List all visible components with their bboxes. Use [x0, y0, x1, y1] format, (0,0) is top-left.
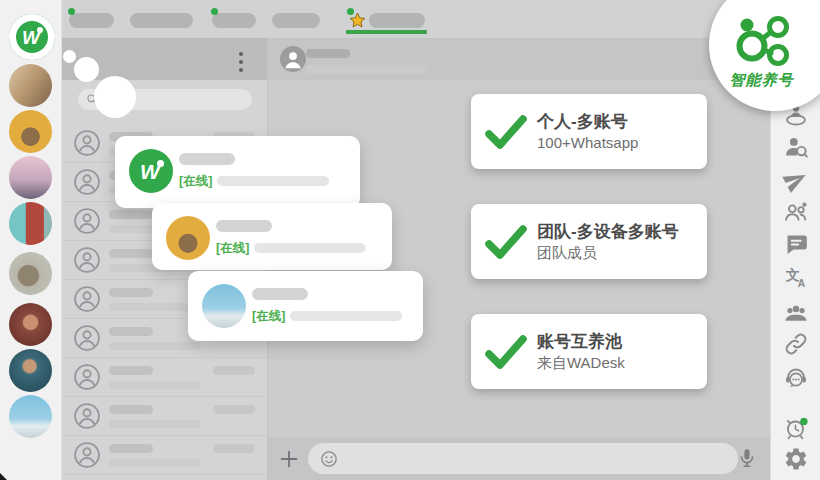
search-contact-button[interactable] — [783, 134, 809, 160]
settings-gear-button[interactable] — [783, 446, 809, 472]
more-menu-icon[interactable] — [237, 50, 245, 74]
group-add-button[interactable] — [783, 199, 809, 225]
online-status-label: [在线] — [179, 175, 212, 187]
rail-account-item[interactable] — [9, 303, 52, 346]
contact-name-placeholder — [109, 210, 153, 219]
svg-text:A: A — [798, 278, 806, 289]
emoji-icon — [319, 449, 339, 469]
logo-dot — [157, 160, 164, 167]
wadesk-app-window: W 文A W[在线][在线][在线] 个人-多账号100+Whatsapp团队-… — [0, 0, 820, 480]
group-add-icon — [783, 199, 809, 225]
rail-account-item[interactable] — [9, 156, 52, 199]
timestamp-placeholder — [213, 405, 255, 414]
scheduler-clock-icon — [783, 415, 809, 441]
share-nodes-icon — [731, 10, 791, 70]
avatar-woman-red — [9, 303, 52, 346]
link-icon — [783, 331, 809, 357]
account-name-placeholder — [252, 288, 308, 300]
tab-title-placeholder — [130, 13, 193, 28]
account-tab-3[interactable] — [212, 13, 256, 28]
checkmark-icon — [485, 224, 527, 260]
attach-plus-button[interactable] — [278, 448, 300, 470]
rail-logo-item[interactable]: W — [9, 14, 55, 60]
message-preview-placeholder — [109, 381, 200, 389]
feature-subtitle: 100+Whatsapp — [537, 133, 638, 153]
contact-avatar-icon — [73, 324, 101, 352]
account-tab-4[interactable] — [272, 13, 320, 28]
account-tab-1[interactable] — [69, 13, 114, 28]
contact-name-placeholder — [109, 444, 153, 453]
contact-name-placeholder — [306, 49, 350, 58]
wadesk-logo: W — [129, 149, 173, 193]
search-contact-icon — [783, 134, 809, 160]
send-plane-button[interactable] — [783, 167, 809, 193]
contact-name-placeholder — [109, 327, 153, 336]
message-preview-placeholder — [109, 303, 200, 311]
contact-avatar-icon — [73, 363, 101, 391]
rail-account-item[interactable] — [9, 64, 52, 107]
avatar-red-building-teal — [9, 202, 52, 245]
contact-name-placeholder — [109, 366, 153, 375]
tab-title-placeholder — [69, 13, 114, 28]
chat-list-row[interactable] — [62, 436, 267, 475]
account-detail-placeholder — [254, 243, 366, 253]
team-members-button[interactable] — [783, 301, 809, 327]
tab-title-placeholder — [369, 13, 425, 28]
contact-avatar-icon — [73, 207, 101, 235]
chat-list-row[interactable] — [62, 475, 267, 480]
badge-label: 智能养号 — [709, 71, 814, 90]
logo-dot — [37, 27, 43, 33]
share-nodes-icon — [731, 10, 791, 70]
message-preview-placeholder — [109, 342, 200, 350]
rail-account-item[interactable] — [9, 395, 52, 438]
contact-name-placeholder — [109, 249, 153, 258]
account-tab-bar — [62, 0, 820, 38]
link-button[interactable] — [783, 331, 809, 357]
feature-title: 账号互养池 — [537, 331, 625, 353]
account-tab-5[interactable] — [348, 13, 425, 28]
message-preview-placeholder — [109, 459, 200, 467]
chat-list-row[interactable] — [62, 358, 267, 397]
rail-account-item[interactable] — [9, 349, 52, 392]
decorative-bubble — [74, 57, 99, 82]
team-members-icon — [783, 301, 809, 327]
person-icon — [280, 46, 306, 72]
contact-avatar-icon — [73, 168, 101, 196]
contact-avatar-icon — [73, 402, 101, 430]
scheduler-clock-button[interactable] — [783, 415, 809, 441]
chat-message-icon — [783, 231, 809, 257]
rail-account-item[interactable] — [9, 252, 52, 295]
message-input[interactable] — [308, 443, 738, 474]
chat-message-button[interactable] — [783, 231, 809, 257]
unread-dot — [211, 8, 218, 15]
checkmark-icon — [485, 114, 527, 150]
rail-account-item[interactable] — [9, 202, 52, 245]
feature-card: 账号互养池来自WADesk — [471, 314, 707, 389]
avatar-sky-building — [9, 395, 52, 438]
chat-list-row[interactable] — [62, 397, 267, 436]
tab-title-placeholder — [272, 13, 320, 28]
send-plane-icon — [778, 162, 813, 197]
avatar-building-sunset — [9, 156, 52, 199]
message-composer — [268, 437, 770, 480]
account-name-placeholder — [179, 153, 235, 165]
account-tab-2[interactable] — [130, 13, 193, 28]
wadesk-logo: W — [9, 14, 55, 60]
support-headset-icon — [783, 365, 809, 391]
tab-title-placeholder — [212, 13, 256, 28]
microphone-button[interactable] — [736, 447, 758, 469]
microphone-icon — [736, 447, 758, 469]
checkmark-icon — [485, 334, 527, 370]
rail-account-item[interactable] — [9, 110, 52, 153]
decorative-bubble — [94, 76, 136, 118]
settings-gear-icon — [783, 446, 809, 472]
translate-button[interactable]: 文A — [783, 264, 809, 290]
feature-card: 团队-多设备多账号团队成员 — [471, 204, 707, 279]
avatar-cat-gray — [9, 252, 52, 295]
account-name-placeholder — [216, 220, 272, 232]
support-headset-button[interactable] — [783, 365, 809, 391]
account-status-card: [在线] — [152, 203, 392, 270]
avatar-bulldog-yellow — [9, 110, 52, 153]
contact-name-placeholder — [109, 405, 153, 414]
avatar-sky-building — [202, 284, 246, 328]
